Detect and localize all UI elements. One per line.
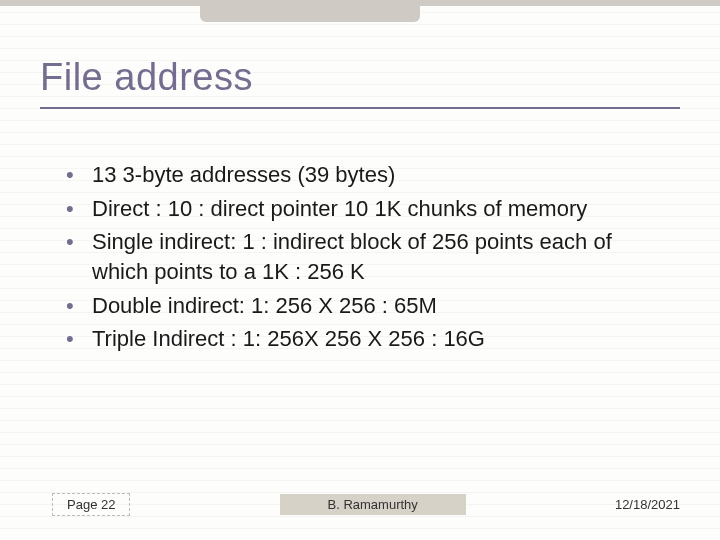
bullet-item: 13 3-byte addresses (39 bytes) <box>66 160 670 190</box>
title-underline <box>40 107 680 109</box>
footer-page: Page 22 <box>52 493 130 516</box>
bullet-item: Direct : 10 : direct pointer 10 1K chunk… <box>66 194 670 224</box>
bullet-item: Triple Indirect : 1: 256X 256 X 256 : 16… <box>66 324 670 354</box>
bullet-item: Single indirect: 1 : indirect block of 2… <box>66 227 670 286</box>
footer-author: B. Ramamurthy <box>280 494 466 515</box>
slide-header-tab <box>200 0 420 22</box>
slide-title: File address <box>40 56 680 105</box>
title-area: File address <box>40 56 680 109</box>
bullet-list: 13 3-byte addresses (39 bytes) Direct : … <box>66 160 670 358</box>
slide-footer: Page 22 B. Ramamurthy 12/18/2021 <box>52 493 680 516</box>
bullet-item: Double indirect: 1: 256 X 256 : 65M <box>66 291 670 321</box>
footer-date: 12/18/2021 <box>615 497 680 512</box>
